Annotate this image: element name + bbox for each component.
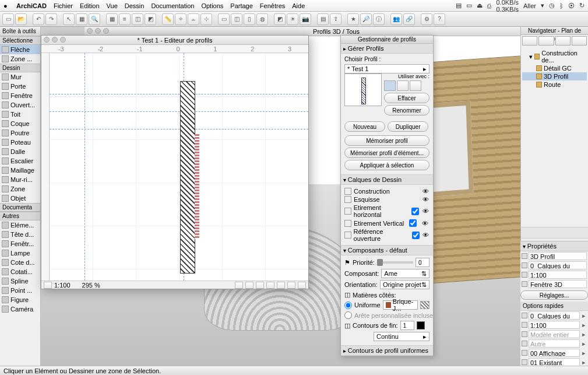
toolbox-dessin-header[interactable]: Dessin xyxy=(0,64,40,72)
layer-etirement-v[interactable]: Etirement Vertical👁 xyxy=(344,219,429,227)
contour-pen-value[interactable]: 1 xyxy=(400,321,414,330)
layer-reference-checkbox[interactable] xyxy=(412,232,420,239)
composants-header[interactable]: ▾ Composants - défaut xyxy=(341,246,433,255)
appliquer-button[interactable]: Appliquer à sélection xyxy=(344,160,429,170)
printer-icon[interactable]: ⎙ xyxy=(487,2,491,9)
nav-item-route[interactable]: Route xyxy=(522,80,587,89)
priorite-value[interactable]: 0 xyxy=(416,258,429,267)
nouveau-button[interactable]: Nouveau xyxy=(344,121,385,132)
qo-other[interactable]: Autre xyxy=(529,339,580,348)
tool-cursor-icon[interactable]: ↖ xyxy=(63,13,75,25)
composant-select[interactable]: Ame⇅ xyxy=(381,269,429,278)
tool-snap-icon[interactable]: ✧ xyxy=(175,13,186,25)
tool-curtainwall[interactable]: Mur-ri... xyxy=(0,175,40,184)
tool-align-icon[interactable]: ⫠ xyxy=(188,13,199,25)
use-wall-icon[interactable] xyxy=(384,80,396,91)
nav-item-3dprofil[interactable]: 3D Profil xyxy=(522,72,587,80)
tool-wall[interactable]: Mur xyxy=(0,72,40,82)
eject-icon[interactable]: ⏏ xyxy=(477,2,483,9)
tool-element[interactable]: Eléme... xyxy=(0,220,40,230)
nav-tab-layouts-icon[interactable] xyxy=(555,36,571,45)
qo-model[interactable]: Modèle entier xyxy=(529,330,580,338)
nav-tab-project-icon[interactable] xyxy=(522,36,537,45)
bluetooth-icon[interactable]: ᛒ xyxy=(559,2,564,9)
gerer-profils-header[interactable]: ▸ Gérer Profils xyxy=(341,44,433,54)
menu-vue[interactable]: Vue xyxy=(107,2,118,9)
tool-leveldim[interactable]: Cotati... xyxy=(0,267,40,276)
toolbox-autres-header[interactable]: Autres xyxy=(0,212,40,220)
material-swatch-icon[interactable] xyxy=(420,301,429,309)
effacer-button[interactable]: Effacer xyxy=(384,93,429,103)
tool-mesh[interactable]: Maillage xyxy=(0,166,40,175)
dropbox-icon[interactable]: ▤ xyxy=(456,2,462,9)
layer-stretch-v-checkbox[interactable] xyxy=(409,219,417,227)
timemachine-icon[interactable]: ◷ xyxy=(549,2,555,9)
renommer-button[interactable]: Renommer xyxy=(384,105,429,115)
menu-aide[interactable]: Aide xyxy=(292,2,305,9)
zoom-in-icon[interactable] xyxy=(245,282,253,289)
tool-3d-icon[interactable]: ◩ xyxy=(145,13,156,25)
layer-construction[interactable]: Construction👁 xyxy=(344,187,429,195)
nav-tab-publisher-icon[interactable] xyxy=(572,36,587,45)
qo-layer[interactable]: 0_Calques du projet xyxy=(529,311,580,320)
eye-icon[interactable]: 👁 xyxy=(421,188,429,195)
layer-esquisse[interactable]: Esquisse👁 xyxy=(344,195,429,204)
tool-dimension[interactable]: Cote d... xyxy=(0,258,40,267)
tool-marquee[interactable]: Zone ... xyxy=(0,54,40,64)
orientation-select[interactable]: Origine projet⇅ xyxy=(380,280,429,289)
tool-camera[interactable]: Caméra xyxy=(0,304,40,314)
tool-undo-icon[interactable]: ↶ xyxy=(33,13,44,25)
menu-options[interactable]: Options xyxy=(201,2,223,9)
tool-beam[interactable]: Poutre xyxy=(0,128,40,138)
use-beam-icon[interactable] xyxy=(397,80,409,91)
zoom-next-icon[interactable] xyxy=(287,282,295,289)
window-3d-traffic-lights[interactable] xyxy=(87,28,109,34)
tool-info-icon[interactable]: ⓘ xyxy=(373,13,385,25)
tool-find-icon[interactable]: 🔎 xyxy=(360,13,372,25)
tool-layers-icon[interactable]: ≡ xyxy=(119,13,131,25)
display-icon[interactable]: ▭ xyxy=(466,2,472,9)
apple-menu-icon[interactable]: ● xyxy=(3,2,12,9)
dupliquer-button[interactable]: Dupliquer xyxy=(388,121,428,132)
menu-fenetres[interactable]: Fenêtres xyxy=(260,2,285,9)
wifi-icon[interactable]: ⦿ xyxy=(568,2,575,9)
profile-select[interactable]: * Test 1▸ xyxy=(344,64,429,73)
layer-etirement-h[interactable]: Etirement horizontal👁 xyxy=(344,204,429,219)
tool-elevation-icon[interactable]: ▯ xyxy=(244,13,255,25)
tool-spline[interactable]: Spline xyxy=(0,276,40,286)
tool-redo-icon[interactable]: ↷ xyxy=(45,13,57,25)
tool-guides-icon[interactable]: ⊹ xyxy=(200,13,212,25)
menu-partage[interactable]: Partage xyxy=(230,2,253,9)
tool-detail-icon[interactable]: ◍ xyxy=(256,13,268,25)
nav-root[interactable]: ▾Construction de... xyxy=(522,49,587,64)
menu-fichier[interactable]: Fichier xyxy=(54,2,73,9)
use-column-icon[interactable] xyxy=(410,80,421,91)
tool-camera-icon[interactable]: 📷 xyxy=(300,13,311,25)
tool-object[interactable]: Objet xyxy=(0,194,40,203)
pan-icon[interactable] xyxy=(266,282,274,289)
tool-plan-icon[interactable]: ▭ xyxy=(218,13,230,25)
qo-display[interactable]: 00 Affichage Travail xyxy=(529,349,580,357)
tool-stair[interactable]: Escalier xyxy=(0,156,40,166)
sync-icon[interactable]: ↻ xyxy=(579,2,585,9)
tool-point[interactable]: Point ... xyxy=(0,286,40,295)
tool-view3d-icon[interactable]: ◩ xyxy=(274,13,286,25)
tool-arrow[interactable]: Flèche xyxy=(0,45,40,54)
qo-scale[interactable]: 1:100 xyxy=(529,321,580,329)
tool-shell[interactable]: Coque xyxy=(0,119,40,128)
tool-render-icon[interactable]: ☀ xyxy=(287,13,298,25)
tool-zoom-icon[interactable]: 🔍 xyxy=(89,13,100,25)
nav-tab-views-icon[interactable] xyxy=(538,36,554,45)
arete-radio[interactable] xyxy=(344,311,352,319)
tool-column[interactable]: Poteau xyxy=(0,138,40,147)
tool-zone[interactable]: Zone xyxy=(0,184,40,194)
menu-dessin[interactable]: Dessin xyxy=(125,2,145,9)
profile-manager-title[interactable]: Gestionnaire de profils xyxy=(341,36,433,44)
tool-section-icon[interactable]: ◫ xyxy=(231,13,242,25)
uniforme-radio[interactable] xyxy=(344,302,352,309)
zoom-fit-icon[interactable] xyxy=(235,282,243,289)
properties-header[interactable]: ▾ Propriétés xyxy=(520,241,588,251)
status-zoom[interactable]: 295 % xyxy=(82,282,100,289)
reglages-button[interactable]: Réglages... xyxy=(520,290,588,300)
contours-uniformes-header[interactable]: ▸ Contours de profil uniformes xyxy=(341,346,433,356)
